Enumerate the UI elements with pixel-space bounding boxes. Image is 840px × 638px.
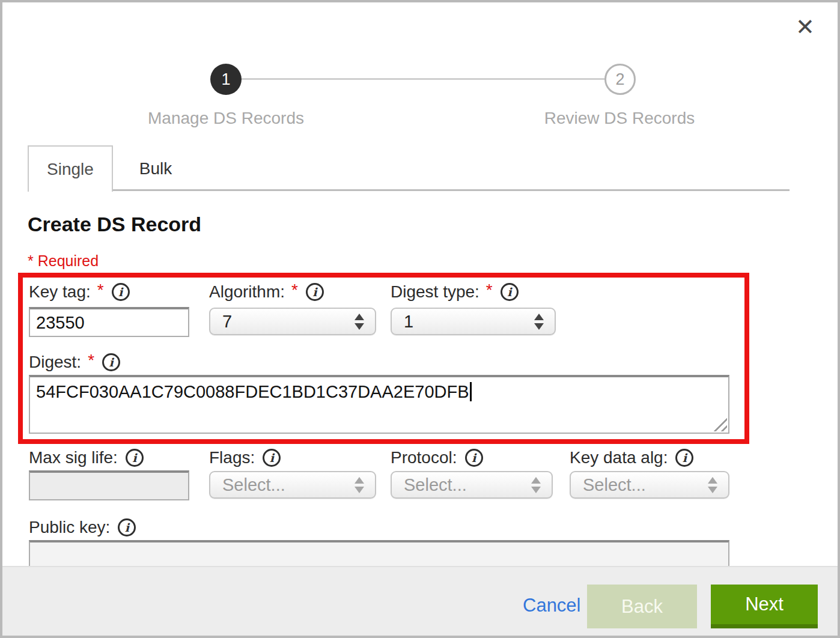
create-ds-record-dialog: ✕ 1 2 Manage DS Records Review DS Record…	[0, 0, 840, 638]
info-icon[interactable]: i	[675, 449, 693, 467]
key-tag-input[interactable]	[29, 307, 189, 337]
select-arrows-icon	[708, 477, 717, 493]
required-asterisk: *	[88, 351, 94, 370]
key-data-alg-select-value: Select...	[583, 475, 708, 495]
digest-type-select[interactable]: 1	[391, 308, 556, 335]
public-key-label: Public key: i	[29, 518, 136, 537]
select-arrows-icon	[355, 314, 364, 330]
protocol-select-value: Select...	[404, 475, 531, 495]
info-icon[interactable]: i	[306, 283, 324, 301]
info-icon[interactable]: i	[126, 449, 144, 467]
algorithm-select-value: 7	[222, 312, 355, 332]
digest-label: Digest: * i	[29, 353, 120, 372]
tab-single[interactable]: Single	[28, 145, 113, 192]
flags-label-text: Flags:	[209, 448, 255, 467]
stepper-step-2-label: Review DS Records	[523, 109, 716, 128]
protocol-label: Protocol: i	[391, 448, 483, 467]
info-icon[interactable]: i	[501, 283, 519, 301]
info-icon[interactable]: i	[102, 353, 120, 371]
max-sig-life-label-text: Max sig life:	[29, 448, 118, 467]
info-icon[interactable]: i	[465, 449, 483, 467]
stepper-connector	[242, 78, 604, 80]
key-data-alg-select[interactable]: Select...	[570, 471, 729, 499]
required-note: * Required	[28, 252, 99, 270]
protocol-select[interactable]: Select...	[391, 471, 553, 499]
public-key-label-text: Public key:	[29, 518, 110, 537]
tab-bulk[interactable]: Bulk	[113, 145, 198, 192]
max-sig-life-label: Max sig life: i	[29, 448, 144, 467]
protocol-label-text: Protocol:	[391, 448, 457, 467]
close-icon[interactable]: ✕	[796, 16, 815, 38]
select-arrows-icon	[534, 314, 544, 330]
flags-select[interactable]: Select...	[209, 471, 376, 499]
info-icon[interactable]: i	[263, 449, 281, 467]
page-title: Create DS Record	[28, 213, 201, 236]
digest-type-label: Digest type: * i	[391, 282, 519, 302]
select-arrows-icon	[531, 477, 541, 493]
cancel-button[interactable]: Cancel	[523, 595, 581, 616]
select-arrows-icon	[355, 477, 364, 493]
digest-value: 54FCF030AA1C79C0088FDEC1BD1C37DAA2E70DFB	[36, 382, 469, 401]
key-tag-label: Key tag: * i	[29, 282, 130, 302]
text-cursor	[470, 382, 472, 401]
back-button[interactable]: Back	[587, 585, 697, 628]
flags-select-value: Select...	[222, 475, 355, 495]
max-sig-life-input[interactable]	[29, 470, 189, 500]
stepper-step-1: 1	[210, 64, 242, 95]
required-asterisk: *	[486, 281, 493, 300]
key-tag-label-text: Key tag:	[29, 282, 91, 302]
info-icon[interactable]: i	[112, 283, 130, 301]
next-button[interactable]: Next	[711, 585, 818, 628]
flags-label: Flags: i	[209, 448, 281, 467]
key-data-alg-label-text: Key data alg:	[570, 448, 668, 467]
stepper-step-2: 2	[604, 64, 636, 95]
required-asterisk: *	[97, 281, 104, 300]
digest-type-select-value: 1	[404, 312, 534, 332]
required-asterisk: *	[291, 281, 298, 300]
digest-label-text: Digest:	[29, 353, 81, 372]
digest-type-label-text: Digest type:	[391, 282, 479, 302]
algorithm-select[interactable]: 7	[209, 308, 376, 335]
resize-handle[interactable]	[711, 416, 727, 431]
info-icon[interactable]: i	[118, 518, 136, 536]
key-data-alg-label: Key data alg: i	[570, 448, 693, 467]
algorithm-label-text: Algorithm:	[209, 282, 285, 302]
stepper-step-1-label: Manage DS Records	[130, 109, 322, 128]
digest-textarea[interactable]: 54FCF030AA1C79C0088FDEC1BD1C37DAA2E70DFB	[29, 375, 729, 434]
algorithm-label: Algorithm: * i	[209, 282, 324, 302]
